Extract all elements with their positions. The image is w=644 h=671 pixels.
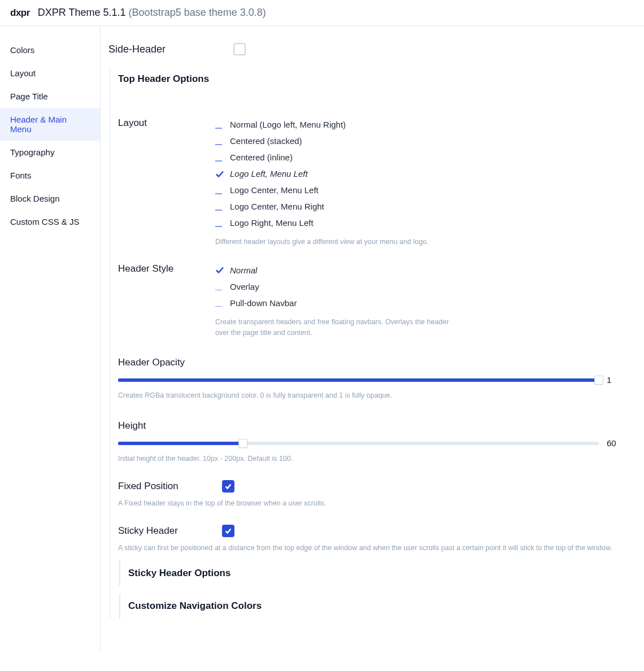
- opacity-value: 1: [607, 375, 624, 385]
- header-style-field: Header Style NormalOverlayPull-down Navb…: [118, 262, 624, 338]
- radio-blank-icon: [215, 299, 224, 307]
- header-style-options: NormalOverlayPull-down NavbarCreate tran…: [215, 262, 624, 338]
- height-value: 60: [607, 438, 624, 448]
- height-slider[interactable]: [118, 442, 599, 445]
- radio-label: Logo Left, Menu Left: [230, 169, 308, 178]
- height-help: Initial height of the header. 10px - 200…: [118, 454, 624, 464]
- layout-options: Normal (Logo left, Menu Right)Centered (…: [215, 116, 624, 247]
- slider-handle[interactable]: [238, 439, 247, 448]
- radio-blank-icon: [215, 121, 224, 129]
- radio-blank-icon: [215, 186, 224, 194]
- sticky-header-row: Sticky Header: [118, 525, 624, 537]
- top-header-title: Top Header Options: [118, 73, 624, 85]
- radio-blank-icon: [215, 203, 224, 211]
- sticky-header-checkbox[interactable]: [222, 525, 234, 537]
- layout-field: Layout Normal (Logo left, Menu Right)Cen…: [118, 116, 624, 247]
- radio-option[interactable]: Logo Right, Menu Left: [215, 215, 624, 231]
- side-header-row: Side-Header: [108, 43, 624, 68]
- sidebar-item-colors[interactable]: Colors: [0, 38, 100, 62]
- radio-option[interactable]: Normal: [215, 262, 624, 278]
- radio-label: Normal: [230, 265, 257, 275]
- height-label: Height: [118, 420, 624, 432]
- sidebar: ColorsLayoutPage TitleHeader & Main Menu…: [0, 26, 101, 652]
- fixed-position-checkbox[interactable]: [222, 480, 234, 493]
- radio-option[interactable]: Overlay: [215, 278, 624, 295]
- header-style-label: Header Style: [118, 262, 215, 274]
- radio-label: Overlay: [230, 282, 259, 291]
- layout-label: Layout: [118, 116, 215, 129]
- radio-label: Logo Center, Menu Right: [230, 202, 324, 211]
- radio-label: Pull-down Navbar: [230, 298, 297, 308]
- customize-nav-colors-panel[interactable]: Customize Navigation Colors: [119, 594, 624, 618]
- radio-option[interactable]: Logo Left, Menu Left: [215, 165, 624, 182]
- sticky-header-help: A sticky can first be positioned at a di…: [118, 543, 624, 554]
- fixed-position-label: Fixed Position: [118, 481, 222, 492]
- sidebar-item-fonts[interactable]: Fonts: [0, 164, 100, 187]
- sticky-header-options-panel[interactable]: Sticky Header Options: [119, 561, 624, 586]
- page-title: DXPR Theme 5.1.1 (Bootstrap5 base theme …: [38, 7, 266, 19]
- opacity-label: Header Opacity: [118, 357, 624, 368]
- field-help: Create transparent headers and free floa…: [215, 317, 452, 338]
- topbar: dxpr DXPR Theme 5.1.1 (Bootstrap5 base t…: [0, 0, 644, 26]
- radio-option[interactable]: Centered (inline): [215, 149, 624, 165]
- radio-blank-icon: [215, 137, 224, 145]
- customize-nav-colors-title: Customize Navigation Colors: [128, 600, 624, 612]
- radio-label: Centered (inline): [230, 152, 293, 162]
- radio-label: Centered (stacked): [230, 136, 302, 146]
- radio-option[interactable]: Logo Center, Menu Right: [215, 198, 624, 215]
- sticky-header-options-title: Sticky Header Options: [128, 568, 624, 579]
- check-icon: [215, 170, 224, 178]
- radio-blank-icon: [215, 282, 224, 290]
- sidebar-item-typography[interactable]: Typography: [0, 141, 100, 164]
- brand-logo: dxpr: [10, 7, 30, 19]
- radio-label: Logo Center, Menu Left: [230, 185, 319, 195]
- radio-label: Normal (Logo left, Menu Right): [230, 120, 346, 129]
- side-header-checkbox[interactable]: [233, 43, 246, 55]
- fixed-position-help: A Fixed header stays in the top of the b…: [118, 498, 624, 509]
- main-content: Side-Header Top Header Options Layout No…: [101, 26, 644, 652]
- top-header-panel: Top Header Options: [110, 68, 624, 90]
- field-help: Different header layouts give a differen…: [215, 237, 452, 247]
- opacity-help: Creates RGBa translucent background colo…: [118, 390, 624, 401]
- sticky-header-label: Sticky Header: [118, 525, 222, 537]
- opacity-block: Header Opacity 1 Creates RGBa translucen…: [118, 357, 624, 401]
- sidebar-item-block-design[interactable]: Block Design: [0, 187, 100, 210]
- sidebar-item-custom-css-js[interactable]: Custom CSS & JS: [0, 210, 100, 233]
- side-header-label: Side-Header: [108, 43, 166, 55]
- radio-blank-icon: [215, 219, 224, 227]
- radio-option[interactable]: Centered (stacked): [215, 133, 624, 149]
- radio-option[interactable]: Normal (Logo left, Menu Right): [215, 116, 624, 133]
- sidebar-item-header-main-menu[interactable]: Header & Main Menu: [0, 108, 100, 141]
- radio-blank-icon: [215, 154, 224, 162]
- sidebar-item-layout[interactable]: Layout: [0, 62, 100, 85]
- slider-handle[interactable]: [594, 376, 603, 385]
- sidebar-item-page-title[interactable]: Page Title: [0, 85, 100, 108]
- height-block: Height 60 Initial height of the header. …: [118, 420, 624, 464]
- radio-option[interactable]: Pull-down Navbar: [215, 295, 624, 311]
- top-header-section: Layout Normal (Logo left, Menu Right)Cen…: [110, 90, 624, 618]
- radio-label: Logo Right, Menu Left: [230, 218, 314, 228]
- radio-option[interactable]: Logo Center, Menu Left: [215, 182, 624, 198]
- fixed-position-row: Fixed Position: [118, 480, 624, 493]
- opacity-slider[interactable]: [118, 378, 599, 382]
- check-icon: [215, 266, 224, 274]
- page-subtitle: (Bootstrap5 base theme 3.0.8): [129, 7, 266, 18]
